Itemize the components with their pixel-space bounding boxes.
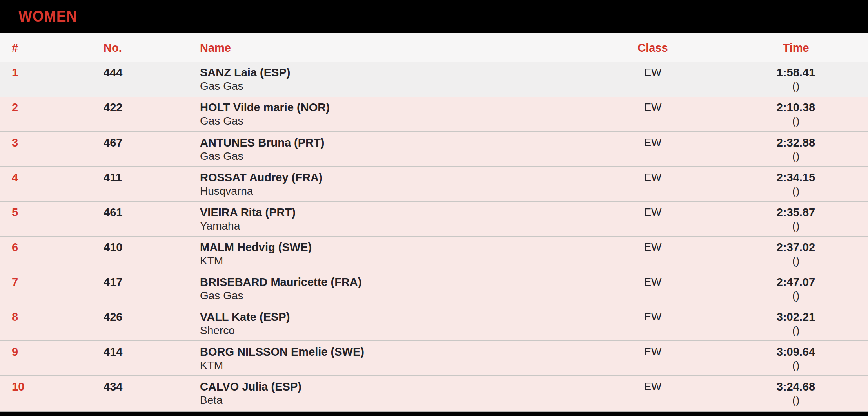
results-page: WOMEN # No. Name Class Time 1 444 SANZ L… [0,0,868,416]
rank-cell: 2 [0,101,94,114]
class-cell: EW [604,66,702,79]
time-cell: 2:37.02 [724,241,868,254]
rider-bike: Gas Gas [190,79,604,93]
gap-cell: () [724,254,868,268]
rider-bike: KTM [190,254,604,268]
rider-name: MALM Hedvig (SWE) [190,241,604,254]
gap-cell: () [724,219,868,233]
time-cell: 3:02.21 [724,310,868,324]
column-header-number: No. [94,33,190,62]
table-row: 1 444 SANZ Laia (ESP) Gas Gas EW 1:58.41… [0,62,868,97]
rank-cell: 10 [0,380,94,393]
rider-name: VIEIRA Rita (PRT) [190,206,604,219]
time-cell: 2:10.38 [724,101,868,114]
number-cell: 411 [94,171,190,184]
class-cell: EW [604,101,702,114]
rider-bike: Husqvarna [190,184,604,198]
class-cell: EW [604,275,702,289]
rider-bike: Gas Gas [190,149,604,163]
rider-name: HOLT Vilde marie (NOR) [190,101,604,114]
rider-bike: Gas Gas [190,289,604,303]
rank-cell: 8 [0,310,94,324]
time-cell: 2:32.88 [724,136,868,149]
gap-cell: () [724,324,868,338]
category-title: WOMEN [18,7,77,25]
table-header: # No. Name Class Time [0,33,868,62]
time-cell: 2:34.15 [724,171,868,184]
rider-bike: Yamaha [190,219,604,233]
rider-name: BORG NILSSON Emelie (SWE) [190,345,604,358]
number-cell: 467 [94,136,190,149]
rank-cell: 7 [0,275,94,289]
rider-bike: Sherco [190,324,604,338]
number-cell: 444 [94,66,190,79]
time-cell: 3:09.64 [724,345,868,358]
gap-cell: () [724,289,868,303]
rider-name: CALVO Julia (ESP) [190,380,604,393]
class-cell: EW [604,171,702,184]
table-row: 10 434 CALVO Julia (ESP) Beta EW 3:24.68… [0,376,868,411]
number-cell: 417 [94,275,190,289]
rider-name: VALL Kate (ESP) [190,310,604,324]
class-cell: EW [604,206,702,219]
table-header-row: # No. Name Class Time [0,33,868,62]
table-row: 2 422 HOLT Vilde marie (NOR) Gas Gas EW … [0,97,868,132]
rank-cell: 4 [0,171,94,184]
time-cell: 2:35.87 [724,206,868,219]
rider-name: ROSSAT Audrey (FRA) [190,171,604,184]
number-cell: 414 [94,345,190,358]
gap-cell: () [724,79,868,93]
column-header-class: Class [604,33,702,62]
table-row: 4 411 ROSSAT Audrey (FRA) Husqvarna EW 2… [0,166,868,201]
time-cell: 1:58.41 [724,66,868,79]
column-header-name: Name [190,33,604,62]
rank-cell: 9 [0,345,94,358]
time-cell: 3:24.68 [724,380,868,393]
rider-name: SANZ Laia (ESP) [190,66,604,79]
gap-cell: () [724,358,868,373]
rider-bike: Beta [190,393,604,407]
column-header-time: Time [702,33,868,62]
time-cell: 2:47.07 [724,275,868,289]
rank-cell: 3 [0,136,94,149]
table-row: 7 417 BRISEBARD Mauricette (FRA) Gas Gas… [0,271,868,306]
class-cell: EW [604,345,702,358]
number-cell: 434 [94,380,190,393]
rider-name: BRISEBARD Mauricette (FRA) [190,275,604,289]
class-cell: EW [604,241,702,254]
table-row: 9 414 BORG NILSSON Emelie (SWE) KTM EW 3… [0,341,868,376]
number-cell: 410 [94,241,190,254]
gap-cell: () [724,184,868,198]
table-row: 5 461 VIEIRA Rita (PRT) Yamaha EW 2:35.8… [0,201,868,236]
gap-cell: () [724,393,868,407]
rider-name: ANTUNES Bruna (PRT) [190,136,604,149]
table-body: 1 444 SANZ Laia (ESP) Gas Gas EW 1:58.41… [0,62,868,411]
class-cell: EW [604,136,702,149]
rank-cell: 6 [0,241,94,254]
results-table: # No. Name Class Time 1 444 SANZ Laia (E… [0,33,868,411]
class-cell: EW [604,380,702,393]
gap-cell: () [724,114,868,128]
table-row: 3 467 ANTUNES Bruna (PRT) Gas Gas EW 2:3… [0,132,868,166]
table-row: 8 426 VALL Kate (ESP) Sherco EW 3:02.21 … [0,306,868,341]
number-cell: 461 [94,206,190,219]
class-cell: EW [604,310,702,324]
number-cell: 422 [94,101,190,114]
rank-cell: 5 [0,206,94,219]
table-row: 6 410 MALM Hedvig (SWE) KTM EW 2:37.02 (… [0,236,868,271]
rider-bike: Gas Gas [190,114,604,128]
next-section-bar-edge [0,412,868,416]
category-header-bar: WOMEN [0,0,868,33]
rider-bike: KTM [190,358,604,373]
column-header-rank: # [0,33,94,62]
number-cell: 426 [94,310,190,324]
gap-cell: () [724,149,868,163]
rank-cell: 1 [0,66,94,79]
